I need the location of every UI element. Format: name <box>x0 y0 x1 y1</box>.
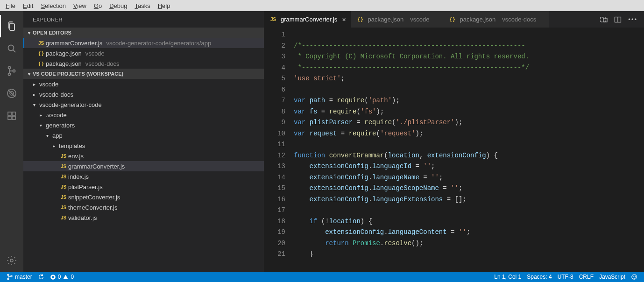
explorer-sidebar: EXPLORER ▾ OPEN EDITORS JSgrammarConvert… <box>23 11 264 272</box>
folder-item[interactable]: ▸templates <box>23 141 264 151</box>
js-file-icon: JS <box>59 154 68 159</box>
menu-selection[interactable]: Selection <box>37 1 69 10</box>
svg-point-1 <box>8 67 11 69</box>
open-editors-label: OPEN EDITORS <box>33 30 71 35</box>
chevron-right-icon: ▸ <box>29 92 39 97</box>
json-file-icon: { } <box>448 17 457 22</box>
chevron-down-icon: ▾ <box>29 102 39 107</box>
workspace-header[interactable]: ▾ VS CODE PROJECTS (WORKSPACE) <box>23 69 264 79</box>
folder-item[interactable]: ▾app <box>23 130 264 141</box>
svg-rect-8 <box>8 116 11 120</box>
code-content: /*--------------------------------------… <box>294 28 644 272</box>
svg-point-10 <box>10 259 13 262</box>
editor-tab[interactable]: { }package.jsonvscode-docs× <box>443 11 550 28</box>
json-file-icon: { } <box>356 17 365 22</box>
svg-point-3 <box>13 70 15 72</box>
svg-rect-9 <box>12 116 15 120</box>
chevron-down-icon: ▾ <box>42 133 52 138</box>
json-file-icon: { } <box>36 61 46 66</box>
js-file-icon: JS <box>59 215 68 220</box>
editor-group: JSgrammarConverter.js×{ }package.jsonvsc… <box>264 11 644 272</box>
menu-go[interactable]: Go <box>90 1 106 10</box>
js-file-icon: JS <box>59 195 68 200</box>
debug-icon[interactable] <box>0 82 23 105</box>
svg-point-0 <box>8 45 14 51</box>
menu-help[interactable]: Help <box>154 1 174 10</box>
problems[interactable]: 0 0 <box>47 272 77 282</box>
menu-tasks[interactable]: Tasks <box>131 1 154 10</box>
menu-file[interactable]: File <box>2 1 19 10</box>
warning-count: 0 <box>71 274 74 280</box>
source-control-icon[interactable] <box>0 60 23 82</box>
more-icon[interactable]: ••• <box>628 16 637 23</box>
open-editor-item[interactable]: { }package.jsonvscode-docs <box>23 58 264 69</box>
line-numbers: 123456789101112131415161718192021 <box>264 28 294 272</box>
svg-point-15 <box>7 278 9 280</box>
folder-item[interactable]: ▾generators <box>23 120 264 130</box>
file-item[interactable]: JSsnippetConverter.js <box>23 192 264 202</box>
js-file-icon: JS <box>59 205 68 210</box>
editor-tab[interactable]: { }package.jsonvscode× <box>351 11 443 28</box>
settings-gear-icon[interactable] <box>0 249 23 272</box>
error-count: 0 <box>58 274 61 280</box>
svg-rect-6 <box>8 112 11 115</box>
file-tree: ▸vscode▸vscode-docs▾vscode-generator-cod… <box>23 79 264 272</box>
json-file-icon: { } <box>36 51 46 56</box>
svg-point-2 <box>8 73 11 76</box>
branch-name: master <box>15 274 32 280</box>
file-item[interactable]: JSvalidator.js <box>23 212 264 223</box>
folder-item[interactable]: ▸vscode <box>23 79 264 89</box>
compare-icon[interactable] <box>600 16 608 23</box>
menu-debug[interactable]: Debug <box>106 1 131 10</box>
js-file-icon: JS <box>269 17 278 22</box>
editor-tab[interactable]: JSgrammarConverter.js× <box>264 11 351 28</box>
menu-view[interactable]: View <box>70 1 90 10</box>
file-item[interactable]: JSenv.js <box>23 151 264 161</box>
workspace-label: VS CODE PROJECTS (WORKSPACE) <box>33 71 123 77</box>
close-icon[interactable]: × <box>342 16 346 23</box>
chevron-down-icon: ▾ <box>25 71 33 77</box>
sync-icon[interactable] <box>35 272 47 282</box>
open-editors-header[interactable]: ▾ OPEN EDITORS <box>23 28 264 38</box>
code-editor[interactable]: 123456789101112131415161718192021 /*----… <box>264 28 644 272</box>
file-item[interactable]: JSthemeConverter.js <box>23 202 264 212</box>
tab-actions: ••• <box>594 11 644 28</box>
folder-item[interactable]: ▸vscode-docs <box>23 89 264 99</box>
git-branch[interactable]: master <box>4 272 35 282</box>
menu-edit[interactable]: Edit <box>19 1 37 10</box>
extensions-icon[interactable] <box>0 105 23 127</box>
indentation[interactable]: Spaces: 4 <box>524 272 554 282</box>
cursor-position[interactable]: Ln 1, Col 1 <box>491 272 524 282</box>
file-item[interactable]: JSgrammarConverter.js <box>23 161 264 171</box>
svg-point-20 <box>635 276 636 276</box>
svg-rect-7 <box>12 112 15 115</box>
search-icon[interactable] <box>0 37 23 60</box>
svg-point-19 <box>633 276 633 276</box>
open-editor-item[interactable]: { }package.jsonvscode <box>23 48 264 58</box>
js-file-icon: JS <box>59 174 68 179</box>
encoding[interactable]: UTF-8 <box>555 272 576 282</box>
chevron-right-icon: ▸ <box>35 113 46 118</box>
explorer-icon[interactable] <box>0 15 23 37</box>
status-bar: master 0 0 Ln 1, Col 1 Spaces: 4 UTF-8 C… <box>0 272 644 282</box>
file-item[interactable]: JSindex.js <box>23 171 264 182</box>
js-file-icon: JS <box>59 184 68 190</box>
eol[interactable]: CRLF <box>576 272 596 282</box>
folder-item[interactable]: ▸.vscode <box>23 110 264 120</box>
sidebar-title: EXPLORER <box>23 11 264 28</box>
chevron-right-icon: ▸ <box>49 143 59 148</box>
feedback-icon[interactable] <box>628 272 640 282</box>
file-item[interactable]: JSplistParser.js <box>23 182 264 192</box>
language-mode[interactable]: JavaScript <box>596 272 628 282</box>
svg-point-16 <box>11 275 12 277</box>
tabs-row: JSgrammarConverter.js×{ }package.jsonvsc… <box>264 11 644 28</box>
js-file-icon: JS <box>59 164 68 169</box>
chevron-right-icon: ▸ <box>29 82 39 87</box>
open-editors-list: JSgrammarConverter.jsvscode-generator-co… <box>23 38 264 69</box>
svg-point-14 <box>7 274 9 275</box>
chevron-down-icon: ▾ <box>35 123 46 128</box>
js-file-icon: JS <box>36 41 46 46</box>
folder-item[interactable]: ▾vscode-generator-code <box>23 99 264 110</box>
open-editor-item[interactable]: JSgrammarConverter.jsvscode-generator-co… <box>23 38 264 48</box>
split-editor-icon[interactable] <box>614 16 622 23</box>
